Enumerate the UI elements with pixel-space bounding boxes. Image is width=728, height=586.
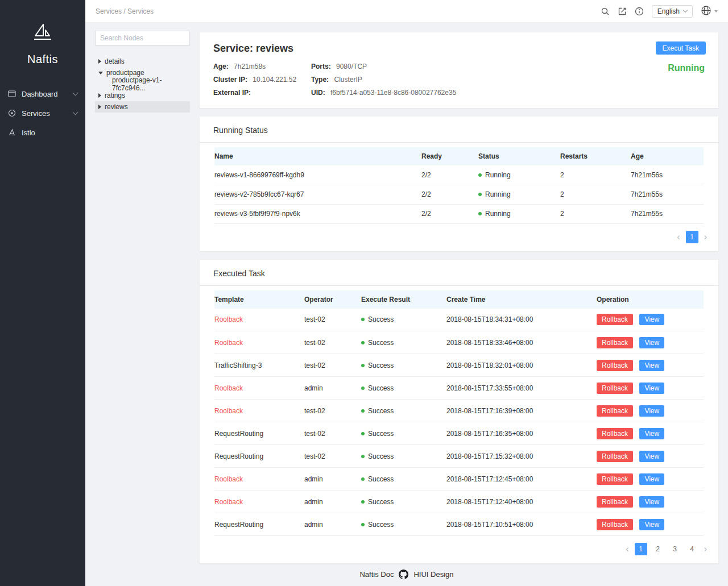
field-label: Type: [311,76,329,84]
template-link[interactable]: Roolback [214,475,243,483]
template-link[interactable]: Roolback [214,315,243,323]
template-link[interactable]: Roolback [214,384,243,392]
rollback-button[interactable]: Rollback [597,428,633,439]
view-button[interactable]: View [639,473,664,485]
create-time-cell: 2018-08-15T17:16:35+08:00 [446,422,597,445]
page-button[interactable]: 4 [686,543,698,555]
create-time-cell: 2018-08-15T17:15:32+08:00 [446,445,597,468]
expand-arrow-icon[interactable] [98,93,101,98]
operation-cell: Rollback View [597,445,704,468]
page-button[interactable]: 3 [669,543,681,555]
operation-cell: Rollback View [597,491,704,513]
exec-task-button[interactable]: Execut Task [656,41,706,55]
view-button[interactable]: View [639,519,664,530]
rollback-button[interactable]: Rollback [597,337,633,348]
task-row: Roolback admin Success 2018-08-15T17:33:… [214,377,704,400]
github-icon[interactable] [399,570,408,579]
rollback-button[interactable]: Rollback [597,496,633,508]
chevron-down-icon [73,109,78,115]
expand-arrow-icon[interactable] [98,105,101,109]
prev-page-icon[interactable]: ‹ [676,231,681,243]
column-header: Execute Result [361,290,446,309]
main: Service: reviews Execut Task Running Age… [200,23,728,586]
chevron-down-icon [73,90,78,95]
naftis-logo-icon [31,23,54,44]
executed-task-table-wrap: TemplateOperatorExecute ResultCreate Tim… [200,286,718,537]
tree-node-details[interactable]: details [95,56,190,67]
topbar-actions: English [601,5,718,18]
template-link[interactable]: RequestRouting [214,430,263,438]
template-cell: Roolback [214,377,304,400]
tree-node-label: productpage-v1-7fc7c946... [112,76,190,92]
hiui-design-link[interactable]: HIUI Design [413,570,453,579]
info-icon[interactable] [635,7,644,16]
table-header-row: NameReadyStatusRestartsAge [214,147,704,165]
next-page-icon[interactable]: › [703,231,708,243]
breadcrumb[interactable]: Services / Services [96,7,154,15]
template-link[interactable]: RequestRouting [214,521,263,529]
operation-cell: Rollback View [597,354,704,377]
tree-node-productpage-v1[interactable]: productpage-v1-7fc7c946... [95,78,190,90]
status-dot-icon [361,432,365,435]
status-dot-icon [361,477,365,481]
column-header: Ready [421,147,478,165]
naftis-doc-link[interactable]: Naftis Doc [359,570,394,579]
page-button[interactable]: 1 [686,231,698,243]
rollback-button[interactable]: Rollback [597,405,633,417]
sidebar-item-services[interactable]: Services [0,103,85,123]
pagination: ‹ 1 › [200,224,718,251]
edit-icon[interactable] [618,7,627,16]
view-button[interactable]: View [639,451,664,462]
tree-node-reviews[interactable]: reviews [95,101,190,113]
operator-cell: admin [304,491,361,513]
view-button[interactable]: View [639,383,664,394]
node-tree: details productpage productpage-v1-7fc7c… [95,56,190,113]
page-button[interactable]: 1 [635,543,647,555]
expand-arrow-icon[interactable] [98,59,101,64]
sidebar-item-label: Dashboard [22,90,58,98]
result-cell: Success [361,377,446,400]
template-link[interactable]: RequestRouting [214,452,263,460]
create-time-cell: 2018-08-15T18:32:01+08:00 [446,354,597,377]
search-nodes-input[interactable] [95,31,190,45]
ready-cell: 2/2 [421,204,478,223]
view-button[interactable]: View [639,496,664,508]
search-icon[interactable] [601,7,610,16]
rollback-button[interactable]: Rollback [597,519,633,530]
collapse-arrow-icon[interactable] [98,72,103,74]
template-link[interactable]: Roolback [214,498,243,506]
topbar: Services / Services English [85,0,728,23]
result-text: Success [368,361,394,369]
service-field: Type: ClusterIP [311,76,705,84]
view-button[interactable]: View [639,314,664,325]
page-button[interactable]: 2 [652,543,664,555]
prev-page-icon[interactable]: ‹ [624,543,630,555]
result-cell: Success [361,468,446,491]
sidebar-item-dashboard[interactable]: Dashboard [0,84,85,103]
result-text: Success [368,498,394,506]
page-list: 1234 [635,543,698,555]
create-time-cell: 2018-08-15T17:33:55+08:00 [446,377,597,400]
rollback-button[interactable]: Rollback [597,314,633,325]
view-button[interactable]: View [639,428,664,439]
template-link[interactable]: Roolback [214,407,243,415]
view-button[interactable]: View [639,337,664,348]
rollback-button[interactable]: Rollback [597,383,633,394]
next-page-icon[interactable]: › [703,543,708,555]
view-button[interactable]: View [639,360,664,371]
status-dot-icon [361,341,365,344]
template-link[interactable]: TrafficShifting-3 [214,361,262,369]
tree-node-label: details [105,57,125,65]
rollback-button[interactable]: Rollback [597,451,633,462]
view-button[interactable]: View [639,405,664,417]
page-list: 1 [686,231,698,243]
rollback-button[interactable]: Rollback [597,360,633,371]
rollback-button[interactable]: Rollback [597,473,633,485]
user-menu[interactable] [701,5,718,18]
language-select[interactable]: English [652,5,693,18]
status-cell: Running [478,185,560,204]
tree-node-label: reviews [105,103,128,111]
template-link[interactable]: Roolback [214,339,243,347]
sidebar-item-istio[interactable]: Istio [0,123,85,142]
status-cell: Running [478,165,560,185]
